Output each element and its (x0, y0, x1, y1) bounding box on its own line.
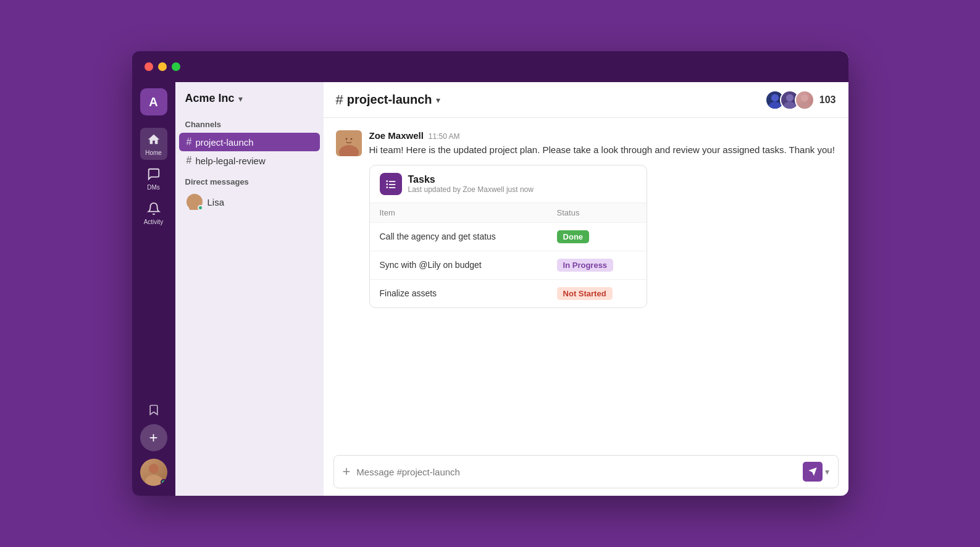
channel-name-help-legal: help-legal-review (195, 156, 265, 166)
channel-item-help-legal[interactable]: # help-legal-review (179, 151, 320, 170)
svg-point-13 (343, 134, 354, 145)
svg-point-15 (350, 138, 352, 140)
nav-item-dms[interactable]: DMs (140, 162, 167, 194)
nav-item-home[interactable]: Home (140, 128, 167, 160)
task-item-2: Sync with @Lily on budget (370, 251, 547, 279)
workspace-chevron-icon: ▾ (238, 94, 243, 104)
hash-icon: # (186, 136, 192, 148)
workspace-name: Acme Inc (185, 92, 235, 105)
svg-point-1 (145, 475, 162, 486)
send-button[interactable] (803, 462, 823, 482)
message-row: Zoe Maxwell 11:50 AM Hi team! Here is th… (336, 130, 836, 308)
svg-point-9 (801, 94, 808, 101)
task-card: Tasks Last updated by Zoe Maxwell just n… (369, 165, 647, 308)
task-subtitle: Last updated by Zoe Maxwell just now (408, 185, 534, 194)
online-indicator (161, 479, 167, 485)
dms-icon (146, 166, 162, 182)
task-status-3: Not Started (547, 279, 647, 307)
svg-rect-19 (388, 184, 395, 185)
attach-button[interactable]: + (343, 464, 351, 480)
member-avatars (765, 90, 815, 110)
chat-header: # project-launch ▾ 103 (324, 82, 848, 118)
task-card-header: Tasks Last updated by Zoe Maxwell just n… (370, 165, 647, 203)
svg-point-8 (783, 101, 796, 108)
icon-sidebar: A Home DMs Act (132, 51, 175, 496)
svg-rect-17 (388, 181, 395, 182)
channel-title-name: project-launch (347, 93, 432, 107)
channel-title-area: # project-launch ▾ (336, 92, 440, 108)
task-status-1: Done (547, 222, 647, 251)
channel-title-hash-icon: # (336, 92, 343, 108)
home-icon (146, 132, 162, 148)
title-bar (132, 51, 848, 82)
member-avatar-3 (795, 90, 815, 110)
message-avatar-zoe (336, 130, 362, 156)
table-row: Finalize assets Not Started (370, 279, 647, 307)
message-time: 11:50 AM (429, 132, 460, 141)
channel-name-project-launch: project-launch (195, 137, 253, 148)
app-window: A Home DMs Act (132, 51, 848, 496)
status-badge-not-started: Not Started (557, 287, 613, 300)
add-button[interactable]: + (140, 424, 167, 451)
svg-rect-18 (386, 183, 388, 185)
svg-point-3 (191, 197, 198, 203)
dms-label: DMs (147, 184, 160, 191)
workspace-avatar[interactable]: A (140, 88, 167, 115)
maximize-button[interactable] (172, 62, 180, 71)
close-button[interactable] (144, 62, 153, 71)
chat-input-area: + ▾ (324, 448, 848, 496)
message-content: Zoe Maxwell 11:50 AM Hi team! Here is th… (369, 130, 836, 308)
table-row: Sync with @Lily on budget In Progress (370, 251, 647, 279)
svg-point-6 (768, 101, 781, 108)
member-area: 103 (765, 90, 836, 110)
channel-sidebar: Acme Inc ▾ Channels # project-launch # h… (175, 51, 324, 496)
task-icon (380, 173, 402, 195)
member-count: 103 (819, 94, 836, 106)
home-label: Home (145, 149, 162, 156)
dm-name-lisa: Lisa (207, 197, 225, 207)
table-row: Call the agency and get status Done (370, 222, 647, 251)
nav-item-activity[interactable]: Activity (140, 197, 167, 229)
minimize-button[interactable] (158, 62, 167, 71)
svg-point-14 (345, 138, 347, 140)
svg-rect-20 (386, 186, 388, 188)
status-badge-in-progress: In Progress (557, 259, 614, 272)
svg-rect-21 (388, 187, 395, 188)
user-avatar[interactable] (140, 459, 167, 486)
svg-point-10 (798, 101, 811, 108)
bookmark-icon (146, 402, 162, 418)
dm-section-label: Direct messages (175, 170, 324, 190)
status-badge-done: Done (557, 230, 590, 243)
col-header-status: Status (547, 203, 647, 222)
send-chevron-icon[interactable]: ▾ (825, 467, 829, 477)
activity-label: Activity (144, 219, 164, 225)
message-text: Hi team! Here is the updated project pla… (369, 143, 836, 157)
channel-item-project-launch[interactable]: # project-launch (179, 133, 320, 151)
svg-point-12 (339, 145, 359, 156)
message-sender: Zoe Maxwell (369, 130, 424, 141)
message-header: Zoe Maxwell 11:50 AM (369, 130, 836, 141)
task-table: Item Status Call the agency and get stat… (370, 203, 647, 307)
task-item-3: Finalize assets (370, 279, 547, 307)
task-item-1: Call the agency and get status (370, 222, 547, 251)
dm-avatar-lisa (186, 194, 203, 210)
task-title-area: Tasks Last updated by Zoe Maxwell just n… (408, 174, 534, 194)
task-title: Tasks (408, 174, 534, 185)
channels-section-label: Channels (175, 112, 324, 133)
svg-point-7 (786, 94, 794, 101)
chat-body: Zoe Maxwell 11:50 AM Hi team! Here is th… (324, 118, 848, 448)
svg-point-2 (149, 464, 159, 474)
chat-input-box: + ▾ (333, 455, 839, 488)
dm-item-lisa[interactable]: Lisa (179, 190, 320, 214)
activity-icon (146, 201, 162, 217)
send-area: ▾ (803, 462, 829, 482)
workspace-header[interactable]: Acme Inc ▾ (175, 82, 324, 112)
hash-icon-2: # (186, 155, 192, 166)
svg-point-5 (771, 94, 779, 101)
message-input[interactable] (356, 467, 796, 477)
task-status-2: In Progress (547, 251, 647, 279)
main-chat: # project-launch ▾ 103 (324, 51, 848, 496)
nav-item-bookmark[interactable] (140, 398, 167, 422)
col-header-item: Item (370, 203, 547, 222)
channel-title-chevron-icon[interactable]: ▾ (436, 95, 440, 105)
